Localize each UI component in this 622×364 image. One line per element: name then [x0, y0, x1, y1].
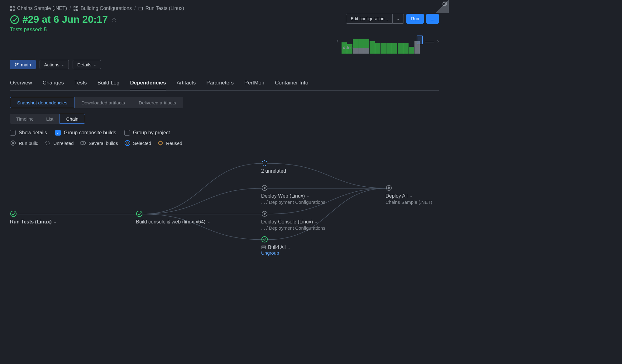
square-icon: [138, 6, 143, 11]
legend-run-build: Run build: [10, 140, 38, 146]
tab-containerinfo[interactable]: Container Info: [275, 80, 308, 90]
chart-bar[interactable]: [398, 43, 403, 54]
subtab-snapshot[interactable]: Snapshot dependencies: [10, 97, 74, 108]
star-icon[interactable]: ☆: [111, 16, 117, 24]
svg-point-23: [262, 160, 267, 166]
group-by-project-checkbox[interactable]: Group by project: [124, 130, 170, 136]
chart-bar[interactable]: [386, 43, 392, 54]
node-run-tests[interactable]: Run Tests (Linux)⌄: [10, 210, 56, 225]
subtab-downloaded[interactable]: Downloaded artifacts: [74, 97, 132, 108]
chart-bar[interactable]: [392, 43, 397, 54]
svg-rect-5: [76, 7, 78, 8]
chart-bar[interactable]: [381, 43, 386, 54]
branch-icon: [15, 62, 19, 67]
success-icon: [136, 210, 143, 217]
breadcrumb-separator: /: [69, 6, 71, 11]
chart-next-icon[interactable]: ›: [437, 38, 439, 44]
svg-rect-6: [74, 9, 75, 10]
svg-rect-4: [74, 7, 75, 8]
svg-point-11: [15, 65, 16, 66]
chevron-down-icon: ⌄: [315, 220, 318, 224]
chart-bar[interactable]: [409, 47, 414, 54]
chart-bar[interactable]: [358, 39, 364, 54]
edit-config-group: Edit configuration... ⌄: [346, 14, 404, 24]
more-button[interactable]: ...: [426, 14, 439, 24]
ungroup-link[interactable]: Ungroup: [261, 250, 290, 256]
svg-rect-0: [10, 7, 12, 8]
breadcrumb-separator: /: [134, 6, 136, 11]
svg-rect-27: [262, 246, 266, 247]
edit-config-button[interactable]: Edit configuration...: [346, 14, 393, 24]
actions-pill[interactable]: Actions⌄: [40, 60, 69, 69]
node-build-console-web[interactable]: Build console & web (linux-x64)⌄: [136, 210, 210, 225]
details-pill[interactable]: Details⌄: [73, 60, 101, 69]
svg-rect-2: [10, 9, 12, 10]
view-tabs: Timeline List Chain: [10, 114, 439, 124]
svg-point-14: [46, 141, 50, 145]
chevron-down-icon: ⌄: [54, 220, 56, 224]
chart-bar[interactable]: [370, 41, 375, 54]
layers-icon: [261, 245, 266, 250]
tab-overview[interactable]: Overview: [10, 80, 32, 90]
legend-reused: Reused: [157, 140, 182, 146]
chain-diagram: Run Tests (Linux)⌄ Build console & web (…: [10, 156, 439, 263]
success-icon: [261, 236, 268, 243]
subtab-delivered[interactable]: Delivered artifacts: [132, 97, 183, 108]
play-icon: [261, 184, 268, 191]
svg-rect-7: [76, 9, 78, 10]
node-deploy-web[interactable]: Deploy Web (Linux)⌄ ... / Deployment Con…: [261, 184, 325, 205]
run-button[interactable]: Run: [406, 14, 424, 24]
group-composite-checkbox[interactable]: ✓ Group composite builds: [55, 130, 116, 136]
show-details-checkbox[interactable]: Show details: [10, 130, 47, 136]
dependency-subtabs: Snapshot dependencies Downloaded artifac…: [10, 97, 439, 108]
tab-perfmon[interactable]: PerfMon: [244, 80, 264, 90]
chart-bar[interactable]: [353, 39, 358, 54]
svg-rect-30: [443, 3, 446, 6]
breadcrumb-item[interactable]: Building Configurations: [81, 6, 132, 11]
tab-tests[interactable]: Tests: [74, 80, 87, 90]
chevron-down-icon: ⌄: [288, 246, 290, 250]
page-title: #29 at 6 Jun 20:17 ☆: [10, 14, 117, 25]
branch-pill[interactable]: main: [10, 60, 36, 69]
breadcrumb-item[interactable]: Chains Sample (.NET): [17, 6, 67, 11]
svg-rect-3: [13, 9, 14, 10]
tab-buildlog[interactable]: Build Log: [98, 80, 120, 90]
chart-prev-icon[interactable]: ‹: [337, 38, 338, 44]
breadcrumb: Chains Sample (.NET) / Building Configur…: [10, 6, 439, 11]
viewtab-list[interactable]: List: [40, 114, 60, 124]
node-deploy-all[interactable]: Deploy All⌄ Chains Sample (.NET): [385, 184, 432, 205]
chart-bar[interactable]: [375, 43, 380, 54]
dashed-circle-icon: [261, 160, 268, 166]
node-unrelated[interactable]: 2 unrelated: [261, 160, 286, 174]
legend: Run build Unrelated Several builds Selec…: [10, 140, 439, 146]
chevron-down-icon: ⌄: [307, 194, 309, 198]
viewtab-chain[interactable]: Chain: [60, 114, 85, 124]
success-icon: [10, 15, 19, 24]
svg-rect-28: [262, 247, 266, 249]
breadcrumb-item[interactable]: Run Tests (Linux): [146, 6, 184, 11]
corner-fold-icon[interactable]: [436, 0, 449, 13]
svg-point-26: [262, 237, 267, 242]
chart-bar[interactable]: [364, 39, 369, 54]
svg-point-21: [11, 211, 16, 217]
node-build-all[interactable]: Build All⌄ Ungroup: [261, 236, 290, 256]
svg-point-22: [136, 211, 142, 217]
viewtab-timeline[interactable]: Timeline: [10, 114, 40, 124]
svg-point-10: [15, 63, 16, 64]
svg-rect-8: [139, 7, 142, 10]
node-deploy-console[interactable]: Deploy Console (Linux)⌄ ... / Deployment…: [261, 210, 325, 231]
edit-config-dropdown[interactable]: ⌄: [393, 14, 404, 24]
play-icon: [261, 210, 268, 217]
svg-point-17: [125, 141, 130, 146]
legend-selected: Selected: [124, 140, 151, 146]
chart-bar[interactable]: [403, 43, 409, 54]
tab-dependencies[interactable]: Dependencies: [130, 80, 166, 90]
tab-artifacts[interactable]: Artifacts: [177, 80, 196, 90]
main-tabs: Overview Changes Tests Build Log Depende…: [10, 80, 439, 91]
tab-parameters[interactable]: Parameters: [206, 80, 234, 90]
chevron-down-icon: ⌄: [409, 194, 412, 198]
grid-icon: [10, 6, 15, 11]
grid-icon: [74, 6, 78, 11]
chart-date-label: 4 Jun: [343, 46, 353, 50]
tab-changes[interactable]: Changes: [43, 80, 64, 90]
